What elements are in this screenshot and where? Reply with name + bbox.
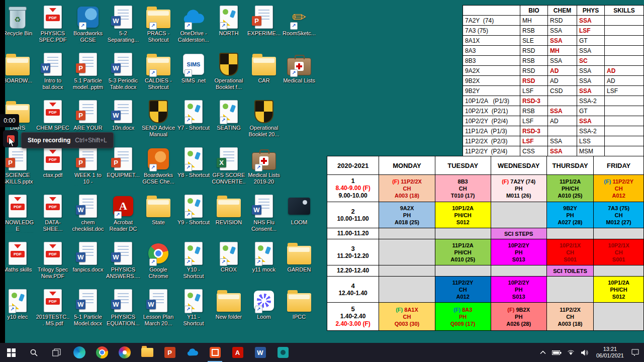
pdf-icon: PDF: [41, 289, 65, 313]
media-tool-app[interactable]: [271, 343, 294, 362]
allocation-group-cell: 9B2Y: [463, 86, 520, 96]
desktop-icon-ctax-pdf[interactable]: PDFctax.pdf: [35, 146, 70, 193]
timetable-cell-monday-row2: 9A2XPHA018 (25): [379, 202, 435, 228]
desktop-icon-car[interactable]: CAR: [246, 51, 282, 99]
battery-indicator[interactable]: [551, 343, 563, 362]
file-explorer-app[interactable]: [136, 343, 158, 362]
allocation-cell: LSF: [520, 116, 548, 126]
desktop-icon-medical-lists[interactable]: ↗Medical Lists: [282, 51, 317, 99]
allocation-group-cell: 7A2Y (74): [463, 16, 520, 26]
chrome-app[interactable]: [90, 343, 113, 362]
shortcut-arrow-icon: ↗: [79, 22, 86, 30]
timetable-cell-friday-row7: [594, 303, 644, 331]
desktop-icon-5-1-particle-model-docx[interactable]: W5-1 Particle Model.docx: [70, 288, 106, 335]
desktop-icon-boardworks-gcse-che[interactable]: ↗Boardworks GCSE Che...: [141, 146, 176, 193]
desktop-icon-seating[interactable]: ↗SEATING: [211, 99, 246, 146]
tray-expand[interactable]: [537, 343, 549, 362]
network-indicator[interactable]: [565, 343, 577, 362]
desktop-icon-physics-answers[interactable]: WPHYSICS ANSWERS....: [106, 240, 141, 288]
desktop-icon-caldies-shortcut[interactable]: ↗CALDIES - Shortcut: [141, 51, 176, 99]
allocation-cell: AD: [548, 116, 577, 126]
desktop-icon-experime[interactable]: PEXPERIME...: [246, 4, 282, 51]
folder-icon: [287, 241, 311, 265]
desktop-icon-label: CALDIES - Shortcut: [141, 77, 175, 90]
volume-indicator[interactable]: [579, 343, 591, 362]
desktop-icon-physics-spec-pdf[interactable]: PDFPHYSICS SPEC.PDF: [35, 4, 70, 51]
desktop-icon-science-skills-pptx[interactable]: PSCIENCE SKILLS.pptx: [0, 146, 35, 193]
desktop-icon-boardw[interactable]: BOARDW...: [0, 51, 35, 99]
desktop-icon-physics-equation[interactable]: WPHYSICS EQUATION...: [106, 288, 141, 335]
desktop-icon-onedrive-calderston[interactable]: ↗OneDrive - Calderston...: [176, 4, 211, 51]
powerpoint-app[interactable]: P: [158, 343, 181, 362]
start-button[interactable]: [0, 343, 23, 362]
desktop-icon-label: Y11 - Shortcut: [176, 314, 211, 327]
allocation-cell: SSA-2: [577, 96, 605, 106]
desktop-icon-loom[interactable]: ↗Loom: [246, 288, 282, 335]
allocation-row-11p2-2y-p2-4: 11P2/2Y (P2/4)CSSSSAMSM: [463, 146, 644, 156]
timetable-cell-thursday-row2: 9B2YPHA027 (28): [546, 202, 593, 228]
desktop-icon-y10-shortcut[interactable]: ↗Y10 - Shortcut: [176, 240, 211, 288]
desktop-icon-y7-shortcut[interactable]: ↗Y7 - Shortcut: [176, 99, 211, 146]
desktop-icon-2019testc-ms-pdf[interactable]: PDF2019TESTC... MS.pdf: [35, 288, 70, 335]
desktop-icon-data-shee[interactable]: PDFDATA-SHEE...: [35, 193, 70, 240]
desktop-icon-week-1-to-10-numerac[interactable]: PWEEK 1 to 10 - Numerac...: [70, 146, 106, 193]
desktop-icon-5-3-periodic-table-docx[interactable]: W5-3 Periodic Table.docx: [106, 51, 141, 99]
desktop-icon-sims-net[interactable]: SIMS↗SIMS .net: [176, 51, 211, 99]
desktop-icon-5-2-separating[interactable]: W5-2 Separating...: [106, 4, 141, 51]
desktop-icon-gfs-score-converte[interactable]: XGFS SCORE CONVERTE...: [211, 146, 246, 193]
desktop-icon-y9-shortcut[interactable]: ↗Y9 - Shortcut: [176, 193, 211, 240]
desktop-icon-medical-lists-2019-20[interactable]: ↗Medical Lists 2019-20: [246, 146, 282, 193]
palette-app[interactable]: [113, 343, 136, 362]
action-center[interactable]: [629, 343, 641, 362]
desktop-icon-intro-to-bal-docx[interactable]: WIntro to bal.docx: [35, 51, 70, 99]
allocation-row-9b2y: 9B2YLSFCSDSSALSF: [463, 86, 644, 96]
desktop-icon-y11-mock[interactable]: ↗y11 mock: [246, 240, 282, 288]
desktop-icon-google-chrome[interactable]: ↗Google Chrome: [141, 240, 176, 288]
desktop-icon-lesson-plan-march-20[interactable]: WLesson Plan March 20...: [141, 288, 176, 335]
allocation-cell: [605, 96, 644, 106]
desktop-icon-y8-shortcut[interactable]: ↗Y8 - Shortcut: [176, 146, 211, 193]
desktop-icon-knowledge-organiser[interactable]: PDFKNOWLEDGE ORGANISER: [0, 193, 35, 240]
desktop-icon-loom[interactable]: LOOM: [282, 193, 317, 240]
allocation-cell: [605, 36, 644, 46]
desktop-icon-maths-skills[interactable]: PDFMaths skills: [0, 240, 35, 288]
allocation-row-11p2-2x-p2-3: 11P2/2X (P2/3)LSFSSALSS: [463, 136, 644, 146]
screen-recorder-app[interactable]: [204, 343, 226, 362]
medkit-icon: ↗: [252, 147, 276, 171]
desktop-icon-fanpics-docx[interactable]: Wfanpics.docx: [70, 240, 106, 288]
desktop-icon-y10-elec[interactable]: ↗y10 elec: [0, 288, 35, 335]
desktop-icon-roomsketc[interactable]: ✏↗RoomSketc...: [282, 4, 317, 51]
desktop-icon-ipcc[interactable]: IPCC: [282, 288, 317, 335]
desktop-icon-new-folder[interactable]: New folder: [211, 288, 246, 335]
desktop-icon-label: SIMS .net: [181, 77, 206, 84]
word-app[interactable]: W: [249, 343, 271, 362]
onedrive-app[interactable]: [181, 343, 204, 362]
taskbar-clock[interactable]: 13:21 06/01/2021: [593, 346, 627, 359]
timetable-time-cell: 12.20-12.40: [327, 265, 379, 277]
allocation-row-8a1x: 8A1XSLESSAGT: [463, 36, 644, 46]
desktop-icon-state[interactable]: State: [141, 193, 176, 240]
desktop-icon-revision[interactable]: REVISION: [211, 193, 246, 240]
search-button[interactable]: [23, 343, 45, 362]
desktop-icon-y11-shortcut[interactable]: ↗Y11 - Shortcut: [176, 288, 211, 335]
desktop-icon-trilogy-spec-new-pdf[interactable]: PDFTrilogy Spec New.PDF: [35, 240, 70, 288]
desktop-icon-send-advice-manual[interactable]: SEND Advice Manual: [141, 99, 176, 146]
desktop-icon-chem-checklist-docx[interactable]: Wchem checklist.docx: [70, 193, 106, 240]
allocation-cell: [605, 16, 644, 26]
desktop-icon-acrobat-reader-dc[interactable]: A↗Acrobat Reader DC: [106, 193, 141, 240]
desktop-icon-crox[interactable]: ↗CROX: [211, 240, 246, 288]
desktop-icon-operational-booklet-f[interactable]: Operational Booklet f...: [211, 51, 246, 99]
acrobat-app[interactable]: A: [226, 343, 249, 362]
desktop-icon-boardworks-gcse-physics[interactable]: ↗Boardworks GCSE Physics: [70, 4, 106, 51]
edge-app[interactable]: [68, 343, 90, 362]
desktop-icon-recycle-bin[interactable]: ♻Recycle Bin: [0, 4, 35, 51]
desktop-icon-nhs-flu-consent[interactable]: WNHS Flu Consent...: [246, 193, 282, 240]
desktop-icon-north[interactable]: ↗NORTH: [211, 4, 246, 51]
desktop-icon-equipmet[interactable]: PEQUIPMET...: [106, 146, 141, 193]
task-view-button[interactable]: [45, 343, 68, 362]
desktop-icon-5-1-particle-model-pptm[interactable]: P5.1 Particle model..pptm: [70, 51, 106, 99]
desktop-icon-garden[interactable]: GARDEN: [282, 240, 317, 288]
timetable-cell-tuesday-row1: 8B3CHT010 (17): [435, 175, 491, 202]
desktop-icon-operational-booklet-20[interactable]: Operational Booklet 20...: [246, 99, 282, 146]
desktop-icon-pracs-shortcut[interactable]: ↗PRACS - Shortcut: [141, 4, 176, 51]
